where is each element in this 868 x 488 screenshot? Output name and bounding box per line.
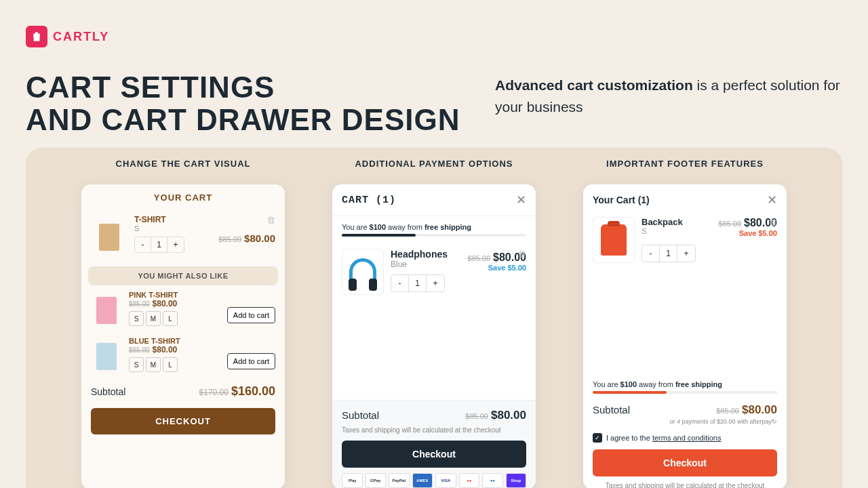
size-m[interactable]: M	[146, 311, 161, 326]
maestro-icon[interactable]: ●●	[482, 473, 503, 488]
bag-icon	[26, 26, 47, 47]
recommend-item: BLUE T-SHIRT $85.00$80.00 SML Add to car…	[81, 331, 285, 378]
trash-icon[interactable]: 🗑	[517, 249, 526, 259]
tax-note: Taxes and shipping will be calculated at…	[593, 482, 777, 488]
amex-icon[interactable]: AMEX	[412, 473, 433, 488]
qty-minus[interactable]: -	[642, 245, 660, 262]
paypal-icon[interactable]: PayPal	[389, 473, 410, 488]
shipping-message: You are $100 away from free shipping	[332, 216, 536, 234]
rec-name: PINK T-SHIRT	[129, 291, 220, 299]
payment-icons: Pay GPay PayPal AMEX VISA ●● ●● Shop	[342, 473, 526, 488]
close-icon[interactable]: ✕	[516, 192, 526, 207]
subtitle: Advanced cart customization is a perfect…	[495, 75, 868, 117]
qty-plus[interactable]: +	[167, 237, 184, 252]
payment-options-card: CART (1) ✕ You are $100 away from free s…	[332, 184, 536, 488]
rec-name: BLUE T-SHIRT	[129, 337, 220, 345]
add-to-cart-button[interactable]: Add to cart	[227, 353, 275, 369]
qty-plus[interactable]: +	[427, 275, 444, 291]
card3-footer: You are $100 away from free shipping Sub…	[583, 376, 787, 488]
close-icon[interactable]: ✕	[767, 192, 777, 207]
add-to-cart-button[interactable]: Add to cart	[227, 307, 275, 323]
qty-plus[interactable]: +	[677, 245, 695, 262]
price: $80.00	[244, 232, 275, 244]
shipping-message: You are $100 away from free shipping	[593, 376, 777, 391]
checkout-button[interactable]: CHECKOUT	[91, 408, 275, 434]
checkbox-icon[interactable]: ✓	[593, 433, 602, 443]
qty-value: 1	[409, 275, 427, 291]
size-s[interactable]: S	[129, 357, 144, 372]
col1-title: CHANGE THE CART VISUAL	[81, 159, 285, 169]
size-l[interactable]: L	[163, 311, 178, 326]
shoppay-icon[interactable]: Shop	[506, 473, 527, 488]
progress-bar	[342, 234, 526, 237]
item-name: Headphones	[391, 249, 460, 260]
qty-stepper[interactable]: - 1 +	[642, 245, 696, 262]
product-image	[91, 215, 127, 256]
recommend-header: YOU MIGHT ALSO LIKE	[88, 266, 278, 285]
qty-value: 1	[151, 237, 167, 252]
save-amount: Save $5.00	[718, 229, 777, 237]
visa-icon[interactable]: VISA	[435, 473, 456, 488]
brand-name: CARTLY	[53, 30, 109, 44]
progress-bar	[593, 391, 777, 394]
save-amount: Save $5.00	[467, 264, 526, 272]
cart-item: Headphones Blue - 1 + 🗑 $85.00$80.00 Sav…	[332, 242, 536, 302]
size-l[interactable]: L	[163, 357, 178, 372]
checkout-button[interactable]: Checkout	[342, 441, 526, 468]
gpay-icon[interactable]: GPay	[366, 473, 387, 488]
qty-stepper[interactable]: - 1 +	[391, 274, 445, 292]
applepay-icon[interactable]: Pay	[342, 473, 363, 488]
card3-title: Your Cart (1)	[593, 195, 650, 205]
col3-title: IMPORTANT FOOTER FEATURES	[583, 159, 787, 169]
terms-agree[interactable]: ✓ I agree to the terms and conditions	[593, 433, 777, 443]
old-price: $85.00	[218, 235, 241, 243]
checkout-button[interactable]: Checkout	[593, 449, 777, 476]
product-image	[593, 217, 635, 263]
qty-minus[interactable]: -	[135, 237, 151, 252]
item-variant: S	[642, 227, 711, 235]
size-m[interactable]: M	[146, 357, 161, 372]
item-name: Backpack	[642, 217, 711, 227]
footer-features-card: Your Cart (1) ✕ Backpack S - 1 + 🗑 $85.0…	[583, 184, 787, 488]
subtotal-label: Subtotal	[91, 386, 125, 397]
cart-item: T-SHIRT S - 1 + 🗑 $85.00$80.00	[81, 208, 285, 262]
brand-logo: CARTLY	[26, 26, 109, 47]
item-variant: S	[134, 224, 212, 232]
tax-note: Taxes and shipping will be calculated at…	[342, 426, 526, 434]
card2-title: CART (1)	[342, 195, 396, 206]
trash-icon[interactable]: 🗑	[267, 215, 275, 225]
cart-visual-card: YOUR CART T-SHIRT S - 1 + 🗑 $85.00$80.00…	[81, 184, 285, 488]
terms-link[interactable]: terms and conditions	[652, 434, 722, 442]
product-image	[342, 249, 384, 295]
item-variant: Blue	[391, 260, 460, 269]
card1-title: YOUR CART	[81, 184, 285, 208]
qty-stepper[interactable]: - 1 +	[134, 237, 184, 253]
recommend-item: PINK T-SHIRT $85.00$80.00 SML Add to car…	[81, 285, 285, 331]
card2-footer: Subtotal$85.00$80.00 Taxes and shipping …	[332, 400, 536, 488]
trash-icon[interactable]: 🗑	[768, 217, 777, 227]
qty-value: 1	[660, 245, 677, 262]
item-name: T-SHIRT	[134, 215, 212, 224]
mastercard-icon[interactable]: ●●	[459, 473, 480, 488]
cart-item: Backpack S - 1 + 🗑 $85.00$80.00 Save $5.…	[583, 216, 787, 270]
afterpay-note: or 4 payments of $20.00 with afterpay↻	[593, 418, 777, 425]
qty-minus[interactable]: -	[391, 275, 409, 291]
col2-title: ADDITIONAL PAYMENT OPTIONS	[332, 159, 536, 169]
product-image	[91, 337, 122, 372]
size-s[interactable]: S	[129, 311, 144, 326]
page-title: CART SETTINGSAND CART DRAWER DESIGN	[26, 71, 460, 137]
product-image	[91, 291, 122, 326]
